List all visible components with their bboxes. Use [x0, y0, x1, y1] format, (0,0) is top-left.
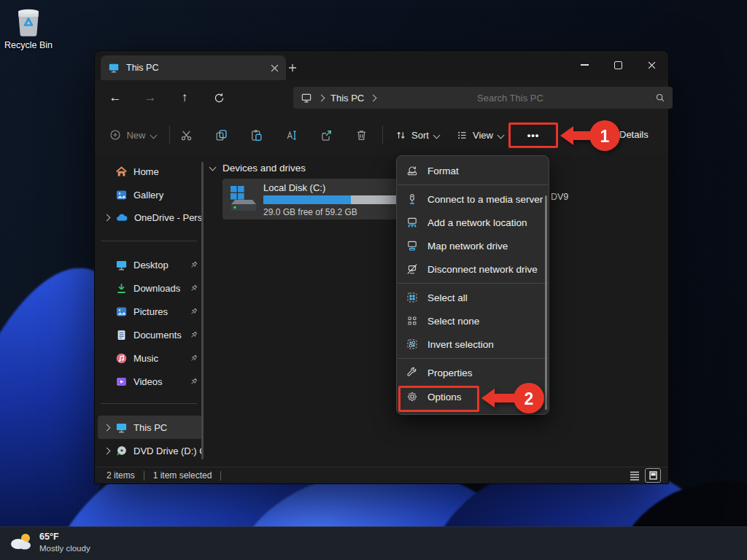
properties-wrench-icon	[406, 367, 418, 378]
copy-button[interactable]	[206, 122, 236, 147]
menu-separator	[398, 358, 548, 359]
new-plus-icon	[109, 129, 121, 141]
search-box[interactable]	[468, 87, 673, 109]
local-disk-icon	[228, 185, 259, 213]
delete-button[interactable]	[347, 122, 376, 147]
status-bar: 2 items 1 item selected	[95, 467, 668, 483]
cut-button[interactable]	[171, 122, 201, 147]
recycle-bin-icon	[15, 6, 42, 38]
thumbnail-view-icon	[649, 471, 657, 480]
menu-item-disconnect-network-drive[interactable]: Disconnect network drive	[397, 257, 549, 281]
home-icon	[115, 166, 128, 178]
weather-condition: Mostly cloudy	[39, 542, 90, 554]
drive-usage-fill	[263, 195, 351, 204]
sidebar-item-pictures[interactable]: Pictures	[98, 300, 203, 323]
collapse-chevron-icon[interactable]	[209, 163, 217, 171]
expand-chevron-icon[interactable]	[103, 214, 110, 221]
tab-close-icon[interactable]	[271, 64, 279, 72]
chevron-down-icon	[498, 131, 505, 139]
expand-chevron-icon[interactable]	[103, 424, 110, 431]
pin-icon	[189, 284, 198, 293]
menu-item-select-all[interactable]: Select all	[397, 286, 549, 309]
maximize-button[interactable]	[601, 51, 635, 79]
sidebar-item-gallery[interactable]: Gallery	[98, 183, 203, 206]
up-button[interactable]: ↑	[172, 85, 197, 110]
close-icon	[648, 61, 656, 69]
thumbnail-view-toggle[interactable]	[645, 468, 661, 483]
expand-chevron-icon[interactable]	[103, 447, 110, 454]
minimize-button[interactable]	[568, 51, 601, 79]
menu-item-invert-selection[interactable]: Invert selection	[397, 332, 549, 356]
documents-icon	[115, 329, 128, 341]
plus-icon	[288, 63, 297, 72]
toolbar-divider-2	[382, 125, 383, 144]
search-input[interactable]	[476, 92, 655, 104]
breadcrumb-bar[interactable]: This PC	[293, 87, 480, 109]
weather-widget[interactable]: 65°F Mostly cloudy	[9, 531, 90, 554]
delete-icon	[355, 129, 368, 141]
view-button[interactable]: View	[451, 122, 509, 147]
back-button[interactable]: ←	[103, 85, 128, 110]
taskbar: 65°F Mostly cloudy Search	[0, 526, 747, 560]
sidebar-divider	[101, 241, 197, 241]
sidebar-item-videos[interactable]: Videos	[98, 370, 203, 393]
map-network-drive-icon	[406, 240, 418, 252]
menu-scrollbar[interactable]	[545, 195, 547, 410]
refresh-icon	[214, 93, 225, 104]
sidebar-item-onedrive[interactable]: OneDrive - Pers	[98, 206, 203, 229]
sidebar-scrollbar[interactable]	[201, 162, 204, 459]
share-button[interactable]	[311, 122, 341, 147]
music-icon	[115, 352, 128, 365]
sidebar-item-music[interactable]: Music	[98, 346, 203, 370]
menu-item-connect-media-server[interactable]: Connect to a media server	[397, 187, 549, 211]
sidebar-item-desktop[interactable]: Desktop	[98, 253, 203, 276]
sidebar-item-downloads[interactable]: Downloads	[98, 276, 203, 300]
downloads-icon	[115, 282, 128, 295]
toolbar-divider	[169, 125, 170, 144]
menu-item-format[interactable]: Format	[397, 159, 549, 182]
rename-button[interactable]	[276, 122, 306, 147]
sidebar-divider-2	[101, 403, 197, 404]
new-tab-button[interactable]	[283, 58, 302, 77]
explorer-window: This PC ← → ↑ This PC	[95, 51, 668, 483]
sidebar-item-dvd-drive[interactable]: DVD Drive (D:) C	[98, 439, 203, 462]
paste-button[interactable]	[241, 122, 271, 147]
selected-count: 1 item selected	[153, 470, 212, 481]
tab-title: This PC	[126, 63, 264, 73]
new-button[interactable]: New	[102, 122, 163, 147]
annotation-arrow-step1: 1	[554, 117, 630, 155]
breadcrumb-this-pc[interactable]: This PC	[330, 93, 364, 104]
sidebar-item-home[interactable]: Home	[98, 160, 203, 183]
recycle-bin-label: Recycle Bin	[3, 40, 54, 50]
see-more-menu: Format Connect to a media server Add a n…	[396, 155, 549, 415]
menu-item-map-network-drive[interactable]: Map network drive	[397, 234, 549, 257]
sort-button[interactable]: Sort	[390, 122, 445, 147]
annotation-box-step1	[508, 122, 558, 148]
annotation-box-step2	[398, 386, 479, 412]
refresh-button[interactable]	[206, 85, 231, 110]
computer-icon	[301, 92, 312, 104]
disconnect-network-drive-icon	[406, 263, 418, 275]
section-devices-and-drives[interactable]: Devices and drives	[210, 163, 306, 174]
this-pc-icon	[115, 421, 128, 434]
tab-this-pc[interactable]: This PC	[101, 55, 286, 80]
pictures-icon	[115, 306, 128, 318]
videos-icon	[115, 376, 128, 388]
forward-button[interactable]: →	[138, 85, 163, 110]
menu-item-add-network-location[interactable]: Add a network location	[397, 211, 549, 234]
step-number-2: 2	[525, 389, 534, 408]
rename-icon	[285, 129, 298, 141]
navigation-pane: Home Gallery OneDrive - Pers Desktop	[95, 155, 204, 467]
sidebar-item-documents[interactable]: Documents	[98, 323, 203, 346]
menu-item-select-none[interactable]: Select none	[397, 309, 549, 332]
onedrive-icon	[115, 211, 128, 224]
close-button[interactable]	[635, 51, 668, 79]
recycle-bin-shortcut[interactable]: Recycle Bin	[3, 6, 54, 50]
pin-icon	[189, 307, 198, 316]
details-view-toggle-icon[interactable]	[629, 470, 640, 481]
sidebar-item-this-pc[interactable]: This PC	[98, 416, 203, 439]
menu-separator	[398, 184, 548, 185]
select-all-icon	[406, 292, 418, 303]
status-separator	[144, 471, 144, 481]
pin-icon	[189, 260, 198, 270]
